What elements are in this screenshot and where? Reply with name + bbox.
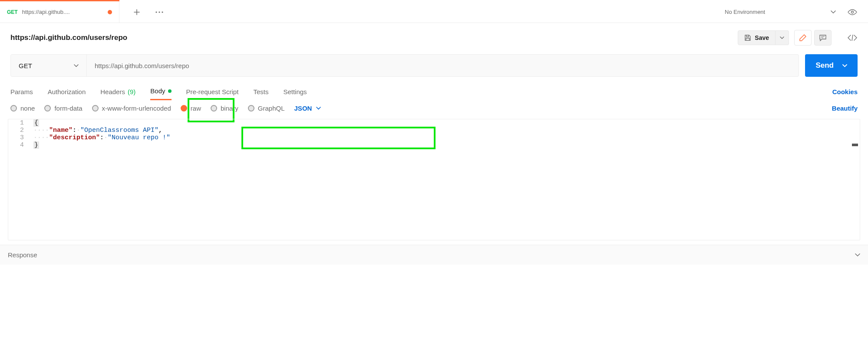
chevron-down-icon bbox=[831, 10, 836, 14]
radio-icon bbox=[92, 105, 99, 111]
plus-icon bbox=[133, 9, 140, 16]
tab-authorization[interactable]: Authorization bbox=[48, 84, 86, 100]
tab-prerequest[interactable]: Pre-request Script bbox=[186, 84, 239, 100]
new-tab-button[interactable] bbox=[132, 7, 142, 17]
code-line: ····"name":·"OpenClassrooms API", bbox=[31, 127, 162, 134]
response-panel-header[interactable]: Response bbox=[0, 245, 868, 265]
response-label: Response bbox=[8, 251, 37, 259]
tab-headers-label: Headers bbox=[100, 88, 125, 95]
radio-icon bbox=[10, 105, 17, 111]
comment-icon bbox=[819, 34, 827, 41]
tab-tests[interactable]: Tests bbox=[253, 84, 268, 100]
tab-prerequest-label: Pre-request Script bbox=[186, 88, 239, 95]
body-urlencoded-label: x-www-form-urlencoded bbox=[102, 105, 171, 112]
chevron-down-icon bbox=[74, 64, 79, 67]
tab-body-label: Body bbox=[150, 87, 165, 95]
environment-preview-button[interactable] bbox=[847, 7, 858, 17]
tab-method-badge: GET bbox=[7, 9, 18, 15]
beautify-link[interactable]: Beautify bbox=[832, 105, 858, 112]
radio-icon bbox=[248, 105, 254, 111]
request-title: https://api.github.com/users/repo bbox=[10, 33, 127, 42]
tab-settings[interactable]: Settings bbox=[283, 84, 307, 100]
svg-point-1 bbox=[158, 11, 160, 13]
code-panel-button[interactable] bbox=[847, 33, 858, 43]
line-number: 4 bbox=[8, 141, 31, 149]
code-line: } bbox=[31, 141, 39, 149]
body-graphql-label: GraphQL bbox=[258, 105, 285, 112]
tab-params-label: Params bbox=[10, 88, 33, 95]
chevron-down-icon bbox=[316, 107, 321, 110]
chevron-down-icon bbox=[842, 64, 847, 67]
tab-body[interactable]: Body bbox=[150, 83, 171, 100]
body-type-binary[interactable]: binary bbox=[211, 105, 238, 112]
environment-selector[interactable]: No Environment bbox=[719, 6, 841, 18]
body-formdata-label: form-data bbox=[54, 105, 82, 112]
svg-point-0 bbox=[155, 11, 157, 13]
body-format-selector[interactable]: JSON bbox=[294, 105, 321, 112]
body-none-label: none bbox=[20, 105, 35, 112]
request-header: https://api.github.com/users/repo Save bbox=[0, 23, 868, 50]
body-type-graphql[interactable]: GraphQL bbox=[248, 105, 285, 112]
code-line: { bbox=[31, 119, 39, 127]
line-number: 1 bbox=[8, 119, 31, 127]
tab-auth-label: Authorization bbox=[48, 88, 86, 95]
chevron-down-icon bbox=[780, 36, 784, 39]
dots-icon bbox=[155, 11, 163, 13]
tab-headers[interactable]: Headers (9) bbox=[100, 84, 135, 100]
body-type-none[interactable]: none bbox=[10, 105, 35, 112]
body-type-urlencoded[interactable]: x-www-form-urlencoded bbox=[92, 105, 171, 112]
send-label: Send bbox=[815, 61, 834, 70]
svg-point-2 bbox=[162, 11, 163, 13]
body-format-label: JSON bbox=[294, 105, 312, 112]
chevron-down-icon bbox=[855, 253, 860, 257]
scroll-marker bbox=[852, 144, 858, 146]
body-binary-label: binary bbox=[221, 105, 238, 112]
environment-label: No Environment bbox=[725, 9, 765, 15]
request-tab[interactable]: GET https://api.github.... bbox=[0, 1, 119, 23]
method-label: GET bbox=[19, 62, 32, 69]
eye-icon bbox=[848, 9, 857, 15]
body-type-raw[interactable]: raw bbox=[181, 105, 201, 112]
headers-count: (9) bbox=[128, 88, 135, 95]
pencil-icon bbox=[799, 34, 807, 42]
tab-tests-label: Tests bbox=[253, 88, 268, 95]
cookies-link[interactable]: Cookies bbox=[832, 88, 858, 95]
body-raw-label: raw bbox=[191, 105, 201, 112]
save-label: Save bbox=[755, 34, 769, 41]
body-type-formdata[interactable]: form-data bbox=[44, 105, 82, 112]
tab-title: https://api.github.... bbox=[22, 9, 103, 15]
radio-icon bbox=[44, 105, 51, 111]
line-number: 2 bbox=[8, 127, 31, 134]
url-input[interactable] bbox=[87, 55, 799, 76]
body-type-row: none form-data x-www-form-urlencoded raw… bbox=[0, 100, 868, 116]
method-selector[interactable]: GET bbox=[11, 55, 87, 76]
body-editor[interactable]: 1{ 2····"name":·"OpenClassrooms API", 3·… bbox=[8, 119, 860, 240]
save-icon bbox=[744, 34, 751, 41]
comment-button[interactable] bbox=[814, 30, 832, 46]
tab-params[interactable]: Params bbox=[10, 84, 33, 100]
send-button[interactable]: Send bbox=[805, 54, 858, 77]
request-bar: GET Send bbox=[0, 50, 868, 77]
edit-button[interactable] bbox=[794, 30, 812, 46]
save-button[interactable]: Save bbox=[738, 30, 776, 45]
save-options-button[interactable] bbox=[776, 30, 789, 45]
tab-settings-label: Settings bbox=[283, 88, 307, 95]
unsaved-dot-icon bbox=[108, 10, 112, 14]
request-tabs: Params Authorization Headers (9) Body Pr… bbox=[0, 77, 868, 100]
tab-bar: GET https://api.github.... No Environmen… bbox=[0, 1, 868, 23]
tab-options-button[interactable] bbox=[154, 7, 165, 17]
body-active-dot-icon bbox=[168, 89, 172, 93]
code-line: ····"description":·"Nouveau repo !" bbox=[31, 134, 170, 141]
radio-selected-icon bbox=[181, 105, 187, 111]
svg-point-3 bbox=[851, 11, 854, 13]
line-number: 3 bbox=[8, 134, 31, 141]
code-icon bbox=[848, 35, 857, 41]
radio-icon bbox=[211, 105, 217, 111]
